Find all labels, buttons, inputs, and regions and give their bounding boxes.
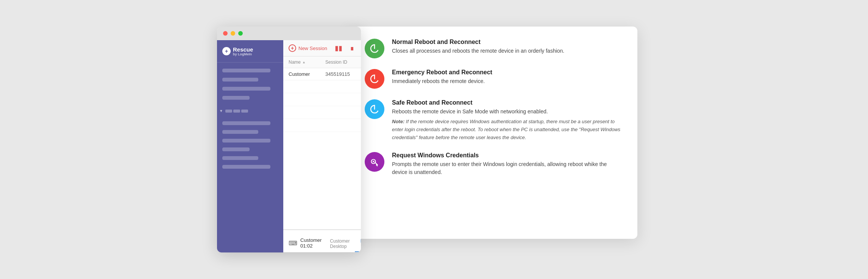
sidebar-s2-bar-6 (222, 165, 270, 169)
key-svg-purple (369, 157, 380, 167)
sidebar-s2-bar-4 (222, 147, 250, 151)
safe-reboot-desc: Reboots the remote device in Safe Mode w… (392, 108, 622, 116)
new-session-button[interactable]: + New Session (289, 44, 327, 52)
request-credentials-title: Request Windows Credentials (392, 152, 622, 159)
empty-rows (283, 80, 361, 132)
sidebar: + Rescue by LogMeIn (217, 40, 283, 252)
sidebar-nav-bar-4 (222, 96, 250, 100)
logo-sub: by LogMeIn (233, 53, 253, 56)
normal-reboot-icon (365, 39, 384, 58)
sidebar-logo: + Rescue by LogMeIn (217, 40, 283, 63)
emergency-reboot-icon (365, 69, 384, 89)
svg-point-7 (373, 161, 374, 162)
traffic-light-minimize[interactable] (231, 31, 235, 36)
col-session-header: Session ID (325, 60, 356, 65)
logo-icon: + (222, 47, 231, 55)
mini-bar-3 (241, 110, 248, 113)
safe-reboot-title: Safe Reboot and Reconnect (392, 99, 622, 106)
sidebar-section-2 (217, 116, 283, 174)
safe-reboot-content: Safe Reboot and Reconnect Reboots the re… (392, 99, 622, 141)
sidebar-s2-bar-1 (222, 121, 270, 125)
normal-reboot-content: Normal Reboot and Reconnect Closes all p… (392, 39, 622, 55)
session-monitor-icon: ⌨ (289, 240, 297, 247)
request-credentials-content: Request Windows Credentials Prompts the … (392, 152, 622, 176)
new-session-label: New Session (298, 45, 327, 51)
session-panel: ⌨ Customer 01:02 Customer Desktop Reboot… (283, 229, 361, 252)
main-area: + New Session ▮▮ ∎ Name ▲ Session ID (283, 40, 361, 252)
request-credentials-option: Request Windows Credentials Prompts the … (365, 152, 622, 176)
sidebar-s2-bar-3 (222, 139, 270, 143)
traffic-light-close[interactable] (223, 31, 228, 36)
power-svg-blue (369, 104, 380, 114)
monitor-toolbar-icon[interactable]: ▮▮ (335, 44, 342, 52)
tab-customer-desktop[interactable]: Customer Desktop (325, 236, 355, 252)
session-tabs: Customer Desktop Reboot System (325, 236, 361, 252)
row-session: 345519115 (325, 71, 356, 77)
browser-chrome (217, 27, 361, 40)
sidebar-arrow-icon: ▼ (219, 109, 223, 113)
session-table: Name ▲ Session ID Customer 345519115 (283, 56, 361, 252)
normal-reboot-desc: Closes all processes and reboots the rem… (392, 47, 622, 55)
empty-row-1 (283, 80, 361, 93)
request-credentials-desc: Prompts the remote user to enter their W… (392, 160, 622, 176)
sort-arrow-icon: ▲ (302, 60, 306, 64)
logo-text: Rescue (233, 46, 253, 53)
table-header: Name ▲ Session ID (283, 56, 361, 68)
emergency-reboot-desc: Immediately reboots the remote device. (392, 77, 622, 85)
empty-row-2 (283, 93, 361, 106)
safe-reboot-option: Safe Reboot and Reconnect Reboots the re… (365, 99, 622, 141)
toolbar: + New Session ▮▮ ∎ (283, 40, 361, 56)
power-svg-green (369, 43, 380, 54)
mini-bar-2 (233, 110, 240, 113)
tab-reboot[interactable]: Reboot (355, 236, 361, 252)
col-name-header: Name ▲ (289, 60, 325, 65)
normal-reboot-title: Normal Reboot and Reconnect (392, 39, 622, 45)
sidebar-nav-bar-3 (222, 87, 270, 91)
traffic-light-maximize[interactable] (238, 31, 243, 36)
sidebar-nav-bar-2 (222, 78, 258, 82)
empty-row-4 (283, 119, 361, 132)
session-tab-header: ⌨ Customer 01:02 Customer Desktop Reboot… (283, 230, 361, 252)
empty-row-3 (283, 106, 361, 119)
new-session-icon: + (289, 44, 296, 52)
sidebar-s2-bar-2 (222, 130, 258, 134)
mini-bar-1 (225, 110, 232, 113)
safe-reboot-note: Note: If the remote device requires Wind… (392, 118, 622, 141)
sidebar-nav (217, 63, 283, 106)
session-panel-title: Customer 01:02 (300, 237, 322, 249)
safe-reboot-icon (365, 99, 384, 119)
table-row[interactable]: Customer 345519115 (283, 68, 361, 80)
browser-window: + Rescue by LogMeIn (217, 27, 361, 252)
normal-reboot-option: Normal Reboot and Reconnect Closes all p… (365, 39, 622, 58)
sidebar-divider-row: ▼ (217, 106, 283, 116)
emergency-reboot-title: Emergency Reboot and Reconnect (392, 69, 622, 76)
browser-body: + Rescue by LogMeIn (217, 40, 361, 252)
safe-reboot-note-label: Note: (392, 119, 404, 124)
sidebar-s2-bar-5 (222, 156, 258, 160)
chart-toolbar-icon[interactable]: ∎ (350, 44, 354, 52)
sidebar-nav-bar-1 (222, 69, 270, 72)
request-credentials-icon (365, 152, 384, 172)
info-panel: Normal Reboot and Reconnect Closes all p… (350, 27, 637, 239)
emergency-reboot-content: Emergency Reboot and Reconnect Immediate… (392, 69, 622, 85)
row-name: Customer (289, 71, 325, 77)
safe-reboot-note-text: If the remote device requires Windows au… (392, 119, 620, 140)
sidebar-mini-bars (225, 110, 248, 113)
power-svg-red (369, 74, 380, 84)
emergency-reboot-option: Emergency Reboot and Reconnect Immediate… (365, 69, 622, 89)
